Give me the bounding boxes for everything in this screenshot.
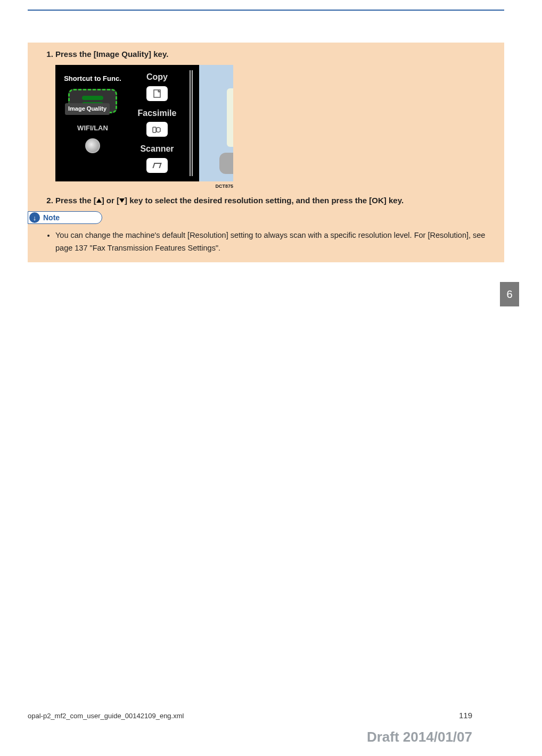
image-quality-label: Image Quality [65,103,110,115]
copy-label: Copy [146,70,168,84]
separator-lines [190,70,193,176]
wifi-lan-label: WIFI/LAN [77,123,108,134]
display-area [199,65,233,181]
up-arrow-icon [96,198,102,203]
step-2-mid: ] or [ [102,196,119,205]
step-2: Press the [] or [] key to select the des… [55,194,495,207]
draft-stamp: Draft 2014/01/07 [367,729,472,745]
facsimile-button-icon [146,122,168,137]
shortcut-label: Shortcut to Func. [64,73,121,85]
note-arrow-icon: ↓ [29,212,40,223]
wifi-lan-button-icon [85,138,100,153]
note-label: Note [43,213,60,222]
illustration-wrap: Shortcut to Func. WIFI/LAN Image Quality… [55,65,495,190]
step-1: Press the [Image Quality] key. Shortcut … [55,48,495,190]
chapter-tab: 6 [500,282,519,306]
svg-rect-1 [153,127,156,132]
scanner-button-icon [146,158,168,173]
step-1-text: Press the [Image Quality] key. [55,49,168,59]
step-2-post: ] key to select the desired resolution s… [125,196,404,205]
note-item: You can change the machine's default [Re… [55,229,495,255]
illustration-code: DCT875 [55,182,233,190]
note-heading: ↓ Note [28,211,495,224]
step-2-pre: Press the [ [55,196,96,205]
footer-doc-ref: opal-p2_mf2_com_user_guide_00142109_eng.… [28,712,184,720]
header-rule [28,10,504,11]
down-arrow-icon [119,198,125,203]
facsimile-label: Facsimile [138,106,177,120]
instruction-box: Press the [Image Quality] key. Shortcut … [28,43,504,262]
page-number: 119 [459,711,472,720]
control-panel-illustration: Shortcut to Func. WIFI/LAN Image Quality… [55,65,233,181]
copy-button-icon [146,86,168,101]
scanner-label: Scanner [140,142,174,156]
